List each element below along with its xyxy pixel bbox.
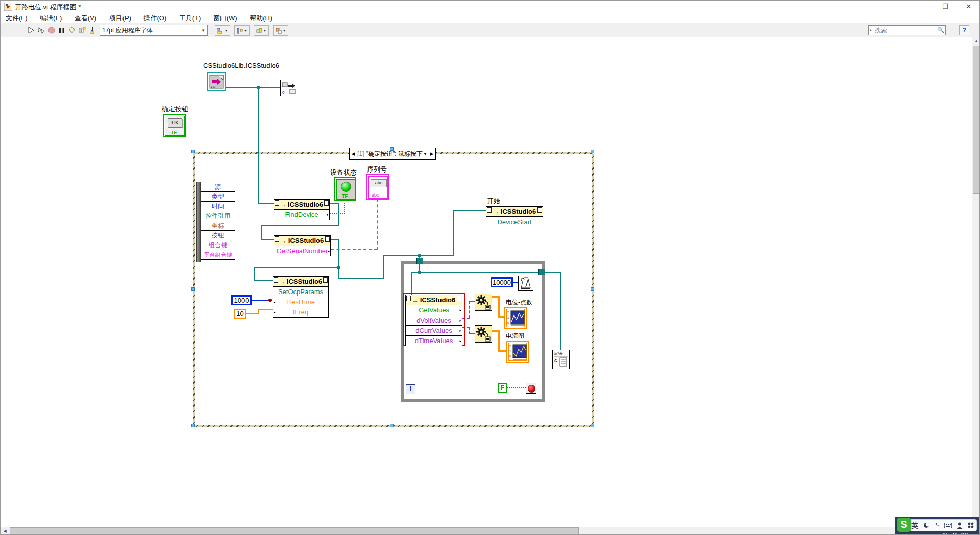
event-data-type[interactable]: 类型 bbox=[201, 191, 235, 202]
wire-into-getserial[interactable] bbox=[261, 239, 274, 240]
highlight-execution-icon[interactable] bbox=[68, 26, 76, 34]
loop-condition-terminal[interactable] bbox=[526, 383, 536, 394]
run-icon[interactable] bbox=[27, 26, 35, 34]
constant-1000[interactable]: 1000 bbox=[231, 295, 252, 305]
event-data-platmods[interactable]: 平台组合键 bbox=[201, 250, 235, 260]
wire-seg[interactable] bbox=[469, 301, 475, 302]
event-data-node-bar[interactable] bbox=[196, 182, 201, 262]
menu-help[interactable]: 帮助(H) bbox=[244, 13, 277, 24]
maximize-button[interactable]: ❐ bbox=[934, 1, 957, 13]
wire-seg[interactable] bbox=[338, 278, 384, 279]
loop-tunnel-top[interactable] bbox=[416, 258, 423, 264]
wire-seg[interactable] bbox=[545, 272, 561, 273]
run-continuously-icon[interactable] bbox=[37, 26, 45, 34]
menu-view[interactable]: 查看(V) bbox=[69, 13, 102, 24]
to-more-specific-class-node[interactable]: 0 bbox=[280, 80, 297, 96]
wire-string-up[interactable] bbox=[377, 199, 378, 250]
volt-graph-terminal[interactable]: 210 bbox=[504, 307, 527, 329]
resize-objects-icon[interactable]: ▼ bbox=[254, 25, 269, 36]
loop-iteration-terminal[interactable]: i bbox=[406, 384, 415, 394]
toolbox-grid-icon[interactable] bbox=[968, 522, 974, 528]
minimize-button[interactable]: — bbox=[910, 1, 934, 13]
ime-toolbar[interactable]: 英 ’· bbox=[909, 519, 977, 531]
invoke-node-setocpparams[interactable]: →ICSStudio6 SetOcpParams ▸fTestTime ▸fFr… bbox=[273, 276, 329, 318]
false-constant[interactable]: F bbox=[498, 383, 507, 393]
selection-handle[interactable] bbox=[191, 424, 195, 427]
wire-into-finddevice[interactable] bbox=[258, 203, 274, 204]
font-selector[interactable]: 17pt 应用程序字体▼ bbox=[100, 25, 208, 36]
punctuation-icon[interactable]: ’· bbox=[935, 522, 939, 529]
wire-10[interactable] bbox=[246, 313, 259, 314]
wire-seg[interactable] bbox=[338, 203, 339, 226]
event-data-coords[interactable]: 坐标 bbox=[201, 221, 235, 231]
wire-seg[interactable] bbox=[261, 225, 339, 226]
class-constant[interactable]: 1 D bbox=[207, 72, 226, 91]
vertical-scroll-thumb[interactable] bbox=[973, 46, 980, 194]
moon-icon[interactable] bbox=[923, 522, 930, 529]
selection-handle[interactable] bbox=[591, 287, 594, 291]
help-button[interactable]: ? bbox=[959, 25, 969, 35]
selection-handle[interactable] bbox=[591, 424, 594, 427]
pause-icon[interactable] bbox=[58, 26, 66, 34]
event-prev-icon[interactable]: ◀ bbox=[350, 151, 357, 156]
menu-edit[interactable]: 编辑(E) bbox=[35, 13, 67, 24]
wire-class-to-converter[interactable] bbox=[226, 87, 281, 88]
wire-into-devicestart[interactable] bbox=[453, 210, 486, 211]
scroll-left-icon[interactable]: ◀ bbox=[1, 527, 9, 535]
selection-handle[interactable] bbox=[191, 150, 195, 153]
wire-seg[interactable] bbox=[419, 272, 540, 273]
invoke-node-getserialnumber[interactable]: →ICSStudio6 GetSerialNumber▸ bbox=[274, 235, 331, 256]
wire-seg[interactable] bbox=[383, 255, 384, 279]
event-next-icon[interactable]: ▶ bbox=[428, 151, 435, 156]
wire-seg[interactable] bbox=[469, 301, 470, 319]
wire-seg[interactable] bbox=[254, 267, 255, 281]
close-button[interactable]: ✕ bbox=[957, 1, 980, 13]
wire-seg[interactable] bbox=[469, 333, 475, 334]
event-data-time[interactable]: 时间 bbox=[201, 201, 235, 211]
wire-bool-finddevice[interactable] bbox=[330, 213, 345, 214]
wire-into-setocp[interactable] bbox=[254, 280, 273, 281]
reorder-icon[interactable]: ▼ bbox=[273, 25, 288, 36]
horizontal-scroll-thumb[interactable] bbox=[10, 527, 579, 535]
menu-operate[interactable]: 操作(O) bbox=[138, 13, 172, 24]
invoke-node-devicestart[interactable]: →ICSStudio6 DeviceStart bbox=[486, 206, 543, 227]
wire-seg[interactable] bbox=[338, 239, 339, 279]
constant-10[interactable]: 10 bbox=[234, 309, 246, 319]
person-icon[interactable] bbox=[957, 522, 963, 529]
ime-lang-indicator[interactable]: 英 bbox=[912, 522, 918, 529]
abort-icon[interactable] bbox=[47, 26, 56, 34]
search-input[interactable] bbox=[868, 25, 946, 35]
device-status-led[interactable]: TF bbox=[334, 177, 356, 201]
event-dropdown-icon[interactable]: ▼ bbox=[423, 152, 427, 156]
loop-tunnel-right[interactable] bbox=[538, 269, 545, 275]
serial-number-terminal[interactable]: abc abc bbox=[366, 174, 389, 200]
step-into-icon[interactable] bbox=[88, 26, 96, 34]
selection-handle[interactable] bbox=[591, 150, 594, 153]
wire-10000[interactable] bbox=[513, 282, 518, 283]
wire-seg[interactable] bbox=[498, 296, 500, 318]
wire-class-down[interactable] bbox=[258, 87, 259, 204]
sogou-logo-icon[interactable]: S bbox=[897, 518, 911, 532]
array-converter-curr[interactable] bbox=[475, 325, 492, 343]
wire-bool-up[interactable] bbox=[344, 200, 345, 214]
wire-seg[interactable] bbox=[258, 309, 273, 310]
menu-tools[interactable]: 工具(T) bbox=[174, 13, 206, 24]
search-icon[interactable]: 🔍 bbox=[937, 27, 944, 33]
wire-seg[interactable] bbox=[261, 225, 262, 240]
wire-seg[interactable] bbox=[498, 330, 500, 352]
wire-seg[interactable] bbox=[453, 210, 454, 256]
wire-into-getvalues[interactable] bbox=[411, 272, 412, 295]
ok-button-terminal[interactable]: OK TF bbox=[163, 114, 186, 137]
wire-stop[interactable] bbox=[507, 387, 526, 388]
scroll-up-icon[interactable]: ▲ bbox=[972, 37, 980, 45]
wire-seg[interactable] bbox=[254, 267, 339, 268]
curr-graph-terminal[interactable]: 210 bbox=[506, 341, 529, 363]
search-scope-icon[interactable]: ▸ bbox=[870, 28, 872, 32]
constant-10000[interactable]: 10000 bbox=[491, 277, 513, 287]
wait-ms-node[interactable] bbox=[518, 276, 533, 291]
menu-file[interactable]: 文件(F) bbox=[1, 13, 33, 24]
menu-window[interactable]: 窗口(W) bbox=[208, 13, 242, 24]
write-spreadsheet-subvi[interactable]: 写/表 c bbox=[552, 350, 570, 369]
selection-handle[interactable] bbox=[390, 424, 394, 427]
selection-handle[interactable] bbox=[191, 287, 195, 291]
